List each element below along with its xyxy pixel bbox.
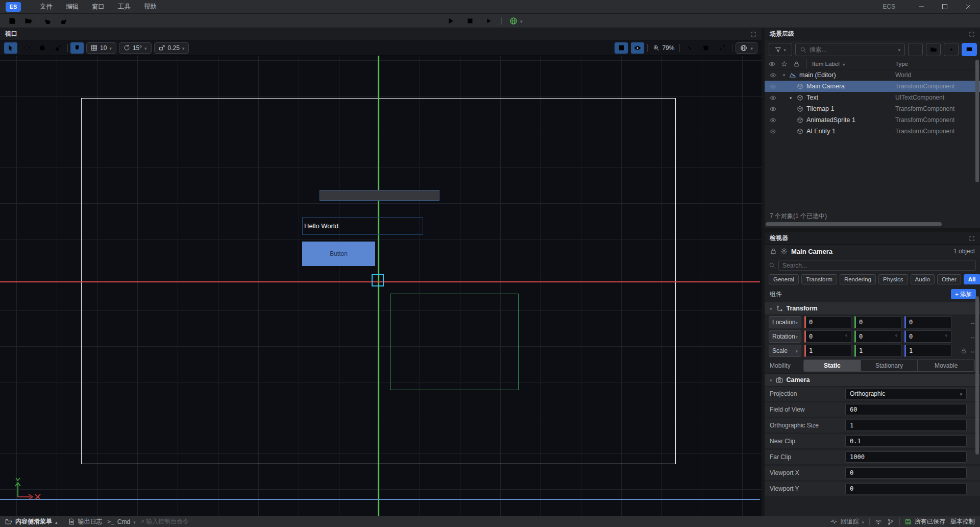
camera-section-header[interactable]: Camera [765,373,980,387]
visibility-column-icon[interactable] [769,61,775,67]
tab-general[interactable]: General [769,274,799,284]
runtime-view-button[interactable] [962,43,977,56]
collapse-icon[interactable] [770,376,772,384]
select-tool-button[interactable] [4,42,17,54]
vertical-scrollbar[interactable] [975,60,979,182]
viewport-canvas[interactable]: Hello World Button [0,56,762,516]
eye-icon[interactable] [769,106,777,112]
orthographic-size-input[interactable]: 1 [845,420,967,431]
close-button[interactable] [957,0,980,14]
eye-icon[interactable] [769,72,777,79]
version-control-button[interactable]: 版本控制 [950,517,975,526]
branch-icon[interactable] [887,518,894,525]
tab-audio[interactable]: Audio [911,274,935,284]
tree-row-main-camera[interactable]: Main Camera TransformComponent [765,81,980,92]
viewport-x-input[interactable]: 0 [845,467,967,478]
scale-tool-button[interactable] [52,42,65,54]
play-button[interactable] [443,15,458,27]
transform-section-header[interactable]: Transform [765,302,980,315]
console-command-input[interactable]: 输入控制台命令 [141,517,189,526]
viewport-world-dropdown[interactable] [736,42,757,54]
location-y-field[interactable]: 0 [854,316,901,328]
mobility-stationary[interactable]: Stationary [861,360,918,371]
ui-text-widget[interactable]: Hello World [302,217,423,235]
location-z-field[interactable]: 0 [904,316,951,328]
rotation-z-field[interactable]: 0° [904,330,951,343]
scale-y-field[interactable]: 1 [854,345,901,357]
rotation-y-field[interactable]: 0° [854,330,901,343]
menu-help[interactable]: 帮助 [137,0,163,14]
open-folder-icon[interactable] [21,15,36,27]
stats-toggle[interactable] [683,42,696,54]
content-drawer-button[interactable]: 内容侧滑菜单 [5,517,58,526]
scale-dropdown[interactable]: Scale [769,345,801,357]
redo-icon[interactable] [57,15,71,27]
selection-box[interactable] [372,274,384,286]
expander-icon[interactable] [780,73,788,78]
viewport-y-input[interactable]: 0 [845,483,967,494]
eye-icon[interactable] [769,128,777,135]
rotate-tool-button[interactable] [36,42,49,54]
near-clip-input[interactable]: 0.1 [845,436,967,447]
scale-z-field[interactable]: 1 [904,345,951,357]
mobility-static[interactable]: Static [804,360,861,371]
menu-edit[interactable]: 编辑 [59,0,85,14]
new-folder-button[interactable] [926,43,941,56]
projection-dropdown[interactable]: Orthographic [845,388,967,399]
tree-row-ai-entity[interactable]: AI Entity 1 TransformComponent [765,126,980,137]
rotation-dropdown[interactable]: Rotation [769,330,801,343]
expand-panel-icon[interactable] [750,31,756,37]
tab-physics[interactable]: Physics [878,274,908,284]
tree-row-text[interactable]: Text UITextComponent [765,92,980,103]
rotation-x-field[interactable]: 0° [804,330,851,343]
menu-tools[interactable]: 工具 [111,0,137,14]
expander-icon[interactable] [787,95,795,100]
grid-visibility-toggle[interactable] [615,42,628,54]
tree-row-tilemap[interactable]: Tilemap 1 TransformComponent [765,103,980,114]
tab-rendering[interactable]: Rendering [840,274,876,284]
scale-x-field[interactable]: 1 [804,345,851,357]
mobility-movable[interactable]: Movable [918,360,974,371]
tab-all[interactable]: All [964,274,980,284]
menu-file[interactable]: 文件 [33,0,59,14]
reset-view-button[interactable] [699,42,713,54]
expand-panel-icon[interactable] [969,235,975,242]
location-dropdown[interactable]: Location [769,316,801,328]
save-icon[interactable] [5,15,19,27]
column-item-label[interactable]: Item Label ▲ [806,59,895,69]
add-entity-button[interactable] [908,43,923,56]
step-button[interactable] [482,15,497,27]
fullscreen-button[interactable] [716,42,729,54]
horizontal-scrollbar[interactable] [766,222,979,227]
column-type[interactable]: Type [895,61,980,67]
favorite-column-icon[interactable] [781,61,788,67]
angle-snap-dropdown[interactable]: 15° [119,42,152,54]
add-component-button[interactable]: +添加 [951,289,976,299]
ui-button-widget[interactable]: Button [302,242,375,266]
network-icon[interactable] [875,518,882,525]
far-clip-input[interactable]: 1000 [845,451,967,463]
gear-icon[interactable] [780,248,788,255]
snap-toggle-button[interactable] [70,42,84,54]
ui-panel-widget[interactable] [320,190,439,201]
app-logo[interactable]: ES [6,2,21,12]
inspector-search-input[interactable]: Search... [778,260,976,271]
world-select-dropdown[interactable] [506,15,526,27]
maximize-button[interactable] [933,0,957,14]
tree-row-main[interactable]: main (Editor) World [765,69,980,81]
grid-snap-dropdown[interactable]: 10 [86,42,116,54]
stop-button[interactable] [462,15,478,27]
location-x-field[interactable]: 0 [804,316,851,328]
eye-icon[interactable] [769,94,777,101]
filter-button[interactable] [769,43,792,56]
save-status[interactable]: 所有已保存 [905,517,945,526]
hierarchy-settings-button[interactable] [944,43,959,56]
menu-window[interactable]: 窗口 [85,0,111,14]
gizmo-visibility-toggle[interactable] [631,42,644,54]
collapse-icon[interactable] [770,305,772,312]
field-of-view-input[interactable]: 60 [845,404,967,415]
scale-snap-dropdown[interactable]: 0.25 [154,42,189,54]
trace-dropdown[interactable]: 回追踪 [830,517,864,526]
tree-row-animatedsprite[interactable]: AnimatedSprite 1 TransformComponent [765,114,980,126]
lock-icon[interactable] [770,248,777,255]
